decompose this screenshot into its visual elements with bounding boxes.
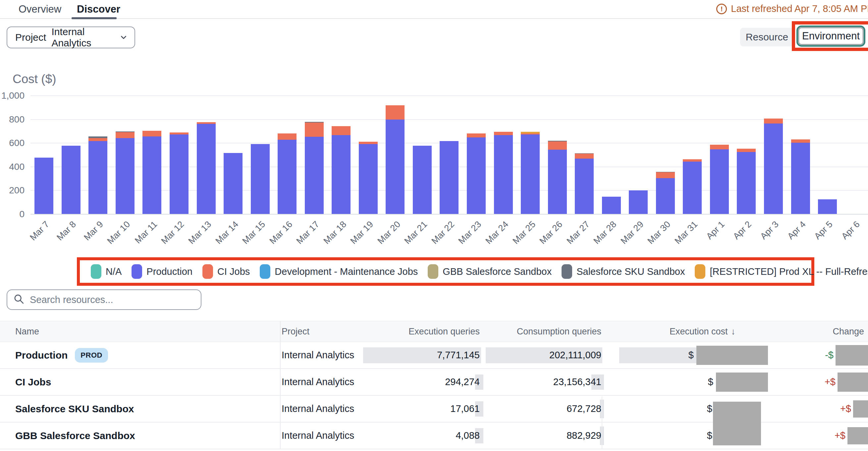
column-header-project[interactable]: Project xyxy=(280,326,386,337)
tab-discover[interactable]: Discover xyxy=(77,0,120,18)
segment-production xyxy=(116,138,134,214)
chevron-down-icon xyxy=(119,33,128,42)
environment-toggle-button[interactable]: Environment xyxy=(799,28,863,45)
segment-production xyxy=(467,137,486,214)
project-filter-value: Internal Analytics xyxy=(51,26,114,49)
change-cell: +$ xyxy=(769,427,868,444)
segment-ci xyxy=(278,133,297,140)
legend-swatch xyxy=(428,264,438,279)
active-tab-underline xyxy=(71,17,117,19)
column-header-consumption-queries[interactable]: Consumption queries xyxy=(482,326,603,337)
last-refreshed-text: Last refreshed Apr 7, 8:05 AM PDT xyxy=(731,3,868,14)
execution-queries-cell: 4,088 xyxy=(386,430,482,441)
cost-currency-prefix: $ xyxy=(707,430,712,441)
bar-mar-18[interactable] xyxy=(328,95,355,214)
execution-queries-cell: 294,274 xyxy=(386,377,482,387)
bar-mar-15[interactable] xyxy=(247,95,274,214)
table-row-ci-jobs[interactable]: CI JobsInternal Analytics294,27423,156,3… xyxy=(0,369,868,396)
segment-ci xyxy=(683,159,702,162)
column-header-change[interactable]: Change xyxy=(769,326,868,337)
legend-item[interactable]: CI Jobs xyxy=(203,264,250,279)
bar-mar-20[interactable] xyxy=(382,95,409,214)
cost-dashboard: Overview Discover ! Last refreshed Apr 7… xyxy=(0,0,868,451)
bar-mar-17[interactable] xyxy=(301,95,328,214)
bar-mar-13[interactable] xyxy=(192,95,220,214)
tab-overview[interactable]: Overview xyxy=(19,0,61,18)
bar-mar-28[interactable] xyxy=(598,95,625,214)
bar-mar-12[interactable] xyxy=(166,95,193,214)
bar-apr-3[interactable] xyxy=(760,95,787,214)
cost-currency-prefix: $ xyxy=(708,377,713,387)
redaction-box xyxy=(838,373,868,392)
legend-swatch xyxy=(203,264,213,279)
bar-apr-6[interactable] xyxy=(841,95,868,214)
segment-ci xyxy=(116,132,134,138)
bar-mar-24[interactable] xyxy=(490,95,517,214)
bar-mar-30[interactable] xyxy=(652,95,679,214)
column-header-execution-cost[interactable]: Execution cost↓ xyxy=(603,326,769,337)
segment-production xyxy=(656,178,675,214)
column-divider-faint xyxy=(602,396,602,449)
segment-production xyxy=(359,144,378,214)
legend-label: Salesforce SKU Sandbox xyxy=(577,266,685,277)
bar-apr-4[interactable] xyxy=(787,95,814,214)
segment-ci xyxy=(385,105,404,120)
bar-mar-9[interactable] xyxy=(85,95,112,214)
segment-production xyxy=(305,137,324,214)
legend-item[interactable]: GBB Salesforce Sandbox xyxy=(428,264,552,279)
bar-mar-11[interactable] xyxy=(138,95,166,214)
bar-mar-29[interactable] xyxy=(625,95,652,214)
segment-ci xyxy=(89,138,107,141)
bar-mar-27[interactable] xyxy=(571,95,598,214)
segment-production xyxy=(62,146,81,214)
table-row-production[interactable]: ProductionPRODInternal Analytics7,771,14… xyxy=(0,342,868,369)
bars-area xyxy=(30,95,868,214)
bar-mar-8[interactable] xyxy=(58,95,85,214)
segment-ci xyxy=(305,123,324,137)
segment-production xyxy=(764,124,783,214)
legend-item[interactable]: Development - Maintenance Jobs xyxy=(260,264,418,279)
redaction-box xyxy=(847,427,868,444)
segment-production xyxy=(332,135,350,214)
x-axis-tick-label: Mar 7 xyxy=(28,219,51,243)
segment-production xyxy=(143,136,161,214)
change-sign: -$ xyxy=(825,350,834,361)
bar-mar-31[interactable] xyxy=(679,95,706,214)
segment-production xyxy=(548,150,567,214)
bar-mar-10[interactable] xyxy=(112,95,139,214)
segment-production xyxy=(791,143,810,214)
search-input[interactable] xyxy=(30,294,195,305)
bar-mar-14[interactable] xyxy=(220,95,247,214)
bar-mar-19[interactable] xyxy=(355,95,382,214)
consumption-queries-cell: 23,156,341 xyxy=(482,377,603,387)
bar-apr-2[interactable] xyxy=(733,95,760,214)
legend-label: Development - Maintenance Jobs xyxy=(275,266,418,277)
legend-label: N/A xyxy=(106,266,122,277)
bar-mar-26[interactable] xyxy=(544,95,571,214)
segment-production xyxy=(224,153,243,214)
legend-item[interactable]: [RESTRICTED] Prod XL -- Full-Refresh job… xyxy=(695,264,868,279)
legend-item[interactable]: Salesforce SKU Sandbox xyxy=(562,264,685,279)
bar-mar-7[interactable] xyxy=(30,95,58,214)
execution-cost-cell: $ xyxy=(603,373,769,392)
bar-mar-22[interactable] xyxy=(436,95,463,214)
bar-apr-1[interactable] xyxy=(706,95,733,214)
y-axis-tick-label: 400 xyxy=(0,162,25,172)
bar-mar-25[interactable] xyxy=(517,95,544,214)
legend-item[interactable]: Production xyxy=(131,264,192,279)
resource-toggle-button[interactable]: Resource xyxy=(740,28,794,46)
column-header-execution-queries[interactable]: Execution queries xyxy=(386,326,482,337)
legend-swatch xyxy=(91,264,101,279)
segment-production xyxy=(629,190,648,214)
bar-apr-5[interactable] xyxy=(814,95,841,214)
project-filter-dropdown[interactable]: Project Internal Analytics xyxy=(7,27,135,49)
column-header-name[interactable]: Name xyxy=(0,326,280,337)
x-axis-tick-label: Apr 4 xyxy=(785,219,808,242)
legend-swatch xyxy=(562,264,572,279)
segment-production xyxy=(385,120,404,214)
bar-mar-21[interactable] xyxy=(409,95,436,214)
bar-mar-23[interactable] xyxy=(463,95,490,214)
legend-item[interactable]: N/A xyxy=(91,264,122,279)
bar-mar-16[interactable] xyxy=(274,95,301,214)
segment-production xyxy=(440,141,459,214)
